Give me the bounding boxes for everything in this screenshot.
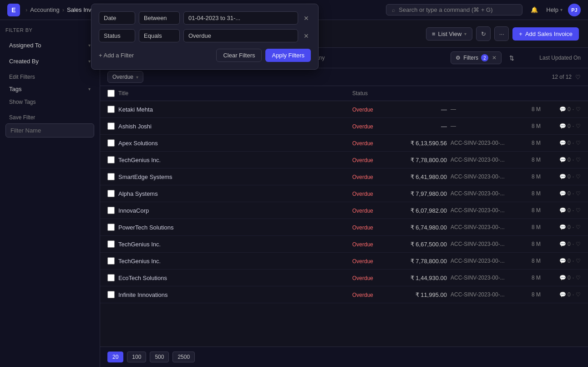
- dot-separator: ·: [573, 140, 574, 146]
- search-box[interactable]: ⌕ Search or type a command (⌘ + G): [386, 4, 522, 15]
- table-row[interactable]: Ketaki Mehta Overdue — — 8 M 💬 0 · ♡: [100, 101, 588, 118]
- like-icon[interactable]: ♡: [576, 207, 581, 214]
- table-row[interactable]: SmartEdge Systems Overdue ₹ 6,41,980.00 …: [100, 168, 588, 185]
- show-tags-label[interactable]: Show Tags: [5, 98, 94, 111]
- row-checkbox[interactable]: [107, 240, 115, 248]
- row-checkbox[interactable]: [107, 122, 115, 130]
- table-row[interactable]: Infinite Innovations Overdue ₹ 11,995.00…: [100, 286, 588, 303]
- row-invoice: ACC-SINV-2023-00-...: [451, 275, 519, 281]
- row-checkbox[interactable]: [107, 173, 115, 180]
- row-checkbox[interactable]: [107, 106, 115, 113]
- filter-icon: ⚙: [456, 55, 461, 61]
- like-icon[interactable]: ♡: [576, 173, 581, 180]
- row-actions: 💬 0 · ♡: [544, 207, 581, 214]
- like-icon[interactable]: ♡: [576, 157, 581, 163]
- table-row[interactable]: TechGenius Inc. Overdue ₹ 7,78,800.00 AC…: [100, 152, 588, 168]
- row-time: 8 M: [522, 173, 541, 180]
- comment-icon: 💬 0: [559, 241, 571, 247]
- search-placeholder: Search or type a command (⌘ + G): [399, 6, 492, 13]
- like-icon[interactable]: ♡: [576, 123, 581, 129]
- row-time: 8 M: [522, 291, 541, 298]
- help-menu[interactable]: Help ▾: [546, 6, 563, 13]
- row-checkbox[interactable]: [107, 139, 115, 147]
- table-row[interactable]: TechGenius Inc. Overdue ₹ 7,78,800.00 AC…: [100, 253, 588, 270]
- row-invoice: ACC-SINV-2023-00-...: [451, 258, 519, 264]
- row-checkbox[interactable]: [107, 207, 115, 214]
- page-size-2500-button[interactable]: 2500: [172, 352, 195, 362]
- like-icon[interactable]: ♡: [576, 190, 581, 197]
- select-all-checkbox[interactable]: [107, 90, 115, 97]
- dot-separator: ·: [573, 207, 574, 214]
- pagination: 201005002500: [100, 347, 588, 367]
- dot-separator: ·: [573, 224, 574, 230]
- apply-filters-button[interactable]: Apply Filters: [265, 49, 311, 62]
- row-checkbox[interactable]: [107, 291, 115, 298]
- like-icon[interactable]: ♡: [576, 291, 581, 298]
- row-amount: ₹ 7,78,800.00: [392, 258, 447, 265]
- date-value[interactable]: 01-04-2023 to 31-...: [183, 20, 298, 25]
- like-icon[interactable]: ♡: [576, 106, 581, 112]
- add-sales-invoice-button[interactable]: + Add Sales Invoice: [512, 27, 579, 41]
- add-filter-link[interactable]: + Add a Filter: [100, 52, 134, 59]
- row-status: Overdue: [352, 207, 389, 214]
- assigned-to-filter[interactable]: Assigned To ▾: [5, 38, 94, 52]
- like-icon[interactable]: ♡: [576, 224, 581, 230]
- row-time: 8 M: [522, 258, 541, 264]
- filter-name-input[interactable]: [5, 123, 94, 138]
- chip-chevron-icon: ▾: [136, 75, 138, 80]
- like-icon[interactable]: ♡: [576, 275, 581, 281]
- date-filter-close-icon[interactable]: ✕: [302, 20, 311, 24]
- row-amount: —: [392, 123, 447, 130]
- more-options-button[interactable]: ···: [494, 26, 509, 41]
- filter-close-icon[interactable]: ✕: [492, 55, 497, 61]
- tags-chevron-icon: ▾: [88, 87, 91, 92]
- filter-actions: + Add a Filter Clear Filters Apply Filte…: [100, 49, 311, 62]
- row-actions: 💬 0 · ♡: [544, 157, 581, 163]
- sidebar: Filter By Assigned To ▾ Created By ▾ Edi…: [0, 20, 100, 367]
- breadcrumb-chevron-icon: ›: [25, 6, 27, 13]
- like-icon[interactable]: ♡: [576, 241, 581, 247]
- tags-filter[interactable]: Tags ▾: [5, 82, 94, 96]
- like-icon[interactable]: ♡: [576, 258, 581, 264]
- search-icon: ⌕: [392, 7, 395, 13]
- like-icon[interactable]: ♡: [576, 140, 581, 146]
- row-checkbox[interactable]: [107, 224, 115, 231]
- page-size-20-button[interactable]: 20: [107, 352, 123, 362]
- table-row[interactable]: TechGenius Inc. Overdue ₹ 6,67,500.00 AC…: [100, 236, 588, 253]
- row-checkbox[interactable]: [107, 257, 115, 265]
- row-invoice: ACC-SINV-2023-00-...: [451, 207, 519, 214]
- table-row[interactable]: EcoTech Solutions Overdue ₹ 1,44,930.00 …: [100, 270, 588, 286]
- notification-bell-icon[interactable]: 🔔: [528, 4, 541, 16]
- app-icon[interactable]: E: [7, 4, 20, 16]
- row-actions: 💬 0 · ♡: [544, 258, 581, 264]
- page-size-500-button[interactable]: 500: [150, 352, 169, 362]
- filters-button[interactable]: ⚙ Filters 2 ✕: [451, 51, 502, 64]
- comment-icon: 💬 0: [559, 258, 571, 264]
- status-filter-close-icon[interactable]: ✕: [302, 31, 311, 41]
- avatar[interactable]: PJ: [568, 4, 581, 16]
- dot-separator: ·: [573, 157, 574, 163]
- sort-button[interactable]: ⇅: [505, 51, 518, 64]
- favorite-icon[interactable]: ♡: [575, 74, 581, 81]
- row-checkbox[interactable]: [107, 156, 115, 163]
- table-row[interactable]: Ashish Joshi Overdue — — 8 M 💬 0 · ♡: [100, 118, 588, 135]
- page-size-100-button[interactable]: 100: [127, 352, 146, 362]
- table-row[interactable]: Alpha Systems Overdue ₹ 7,97,980.00 ACC-…: [100, 185, 588, 202]
- overdue-filter-chip[interactable]: Overdue ▾: [107, 71, 143, 83]
- content-area: ☰ Sales Invoice ≡ List View ▾ ↻ ··· + Ad…: [100, 20, 588, 367]
- table-row[interactable]: Apex Solutions Overdue ₹ 6,13,590.56 ACC…: [100, 135, 588, 152]
- edit-filters-label[interactable]: Edit Filters: [5, 70, 94, 82]
- clear-filters-button[interactable]: Clear Filters: [216, 49, 262, 62]
- status-value-select[interactable]: Overdue: [183, 29, 298, 42]
- row-title: Ashish Joshi: [118, 123, 349, 130]
- list-view-button[interactable]: ≡ List View ▾: [426, 27, 472, 41]
- created-by-filter[interactable]: Created By ▾: [5, 54, 94, 68]
- row-checkbox[interactable]: [107, 190, 115, 197]
- row-checkbox[interactable]: [107, 274, 115, 281]
- refresh-button[interactable]: ↻: [476, 26, 491, 41]
- table-body: Ketaki Mehta Overdue — — 8 M 💬 0 · ♡ Ash…: [100, 101, 588, 347]
- table-row[interactable]: InnovaCorp Overdue ₹ 6,07,982.00 ACC-SIN…: [100, 202, 588, 219]
- title-col-header: Title: [118, 90, 349, 97]
- breadcrumb-accounting[interactable]: Accounting: [30, 6, 59, 13]
- table-row[interactable]: PowerTech Solutions Overdue ₹ 6,74,980.0…: [100, 219, 588, 236]
